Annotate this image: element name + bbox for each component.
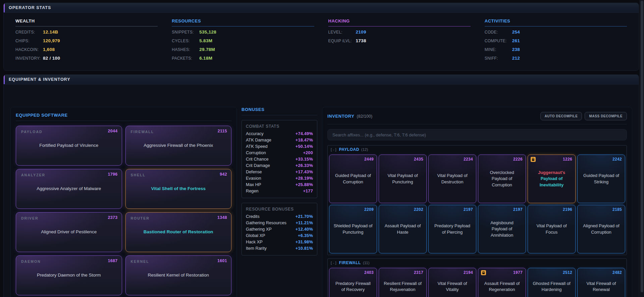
stat-value: 212 <box>512 56 520 61</box>
group-count: (12) <box>361 147 368 152</box>
item-name: Assault Payload of Haste <box>383 223 422 235</box>
inventory-item-card[interactable]: 2209 Shielded Payload of Puncturing <box>329 205 377 253</box>
equipped-card-kernel[interactable]: KERNEL 1601 Resilient Kernel of Restorat… <box>125 255 232 295</box>
inventory-item-card[interactable]: 1977 Assault Firewall of Regeneration <box>478 268 526 297</box>
stat-row: CHIPS: 120,979 <box>15 38 158 47</box>
inventory-item-card[interactable]: 2317 Resilient Firewall of Rejuvenation <box>379 268 427 297</box>
bonus-value: +33.15% <box>296 157 313 162</box>
slot-label: KERNEL <box>131 259 149 263</box>
equipped-card-driver[interactable]: DRIVER 2373 Aligned Driver of Pestilence <box>16 212 122 252</box>
inventory-item-card[interactable]: 2242 Guided Payload of Striking <box>577 155 625 203</box>
item-name: Guided Payload of Corruption <box>333 173 373 185</box>
bonus-label: Credits <box>246 214 260 219</box>
lock-icon <box>531 157 536 162</box>
inventory-actions: AUTO DECOMPILEMASS DECOMPILE <box>540 112 627 120</box>
inventory-item-card[interactable]: 2194 Vital Firewall of Vitality <box>428 268 476 297</box>
bonus-value: +31.98% <box>296 239 313 244</box>
equipped-card-shell[interactable]: SHELL 942 Vital Shell of the Fortress <box>125 169 232 209</box>
bonus-value: +17.43% <box>296 169 313 174</box>
page-scrollbar-thumb[interactable] <box>641 1 643 292</box>
collapse-toggle-icon[interactable]: [ - ] <box>331 147 336 152</box>
mass-decompile-button[interactable]: MASS DECOMPILE <box>585 112 627 120</box>
inventory-grid-firewall: 2403 Predatory Firewall of Recovery 2317… <box>328 266 627 297</box>
item-level-badge: 2044 <box>108 129 117 133</box>
inventory-capacity: (82/100) <box>357 114 373 119</box>
bonus-label: Global XP <box>246 233 265 238</box>
bonus-row: Gathering XP +12.40% <box>246 227 313 233</box>
inventory-item-card[interactable]: 2226 Overclocked Payload of Corruption <box>478 155 526 203</box>
bonus-row: Gathering Resources +11.21% <box>246 220 313 227</box>
inventory-item-card[interactable]: 2403 Predatory Firewall of Recovery <box>329 268 377 297</box>
inventory-item-card[interactable]: 2196 Vital Payload of Focus <box>528 205 576 253</box>
bonus-value: +12.40% <box>296 227 313 232</box>
stats-grid: WEALTH CREDITS: 12.14B CHIPS: 120,979 HA… <box>4 13 639 70</box>
stat-row: CYCLES: 5.83M <box>172 38 314 47</box>
bonus-value: +74.49% <box>296 131 313 136</box>
operator-stats-section: OPERATOR STATS WEALTH CREDITS: 12.14B CH… <box>3 3 639 71</box>
item-name: Vital Shell of the Fortress <box>151 186 206 192</box>
inventory-item-card[interactable]: 2185 Aligned Payload of Corruption <box>577 205 625 253</box>
bonus-value: +11.21% <box>296 220 313 225</box>
bonus-row: Global XP +6.35% <box>246 233 313 239</box>
item-level-badge: 2234 <box>464 157 473 162</box>
stat-value: 261 <box>512 38 520 43</box>
item-name-part: Juggernaut's <box>538 170 565 175</box>
lock-icon <box>481 270 486 275</box>
equipment-content: EQUIPPED SOFTWARE PAYLOAD 2044 Fortified… <box>4 84 639 297</box>
equipped-card-firewall[interactable]: FIREWALL 2115 Aggressive Firewall of the… <box>125 126 232 166</box>
bonus-label: ATK Speed <box>246 144 268 149</box>
bonus-label: Defense <box>246 169 262 174</box>
page-scrollbar[interactable] <box>640 0 644 297</box>
lock-glyph <box>532 158 535 161</box>
inventory-item-card[interactable]: 2482 Vital Firewall of Renewal <box>577 268 625 297</box>
equipped-grid: PAYLOAD 2044 Fortified Payload of Virule… <box>16 126 231 295</box>
inventory-groups: [ - ] PAYLOAD (12) 2449 Guided Payload o… <box>327 145 627 297</box>
bonus-value: +26.33% <box>296 163 313 168</box>
stat-label: CREDITS: <box>15 30 43 35</box>
inventory-group-header-payload[interactable]: [ - ] PAYLOAD (12) <box>328 145 627 153</box>
inventory-item-card[interactable]: 1226 Juggernaut's Payload of Inevitabili… <box>528 155 576 203</box>
inventory-item-card[interactable]: 2202 Assault Payload of Haste <box>379 205 427 253</box>
bonus-row: Regen +177 <box>246 188 313 195</box>
bonus-value: +10.81% <box>296 246 313 251</box>
stats-column-title: RESOURCES <box>172 18 314 26</box>
bonus-label: Item Rarity <box>246 246 267 251</box>
inventory-search-input[interactable] <box>327 129 627 140</box>
item-name: Vital Firewall of Vitality <box>433 281 472 293</box>
item-name: Aggressive Firewall of the Phoenix <box>144 142 213 148</box>
stat-label: CYCLES: <box>172 39 199 43</box>
equipped-card-router[interactable]: ROUTER 1348 Bastioned Router of Restorat… <box>125 212 232 252</box>
equipped-card-daemon[interactable]: DAEMON 1687 Predatory Daemon of the Stor… <box>16 255 122 295</box>
item-level-badge: 1226 <box>563 157 572 162</box>
stat-value: 29.78M <box>199 47 215 52</box>
equipped-card-payload[interactable]: PAYLOAD 2044 Fortified Payload of Virule… <box>16 126 122 166</box>
inventory-item-card[interactable]: 2234 Vital Payload of Destruction <box>428 155 476 203</box>
item-level-badge: 2185 <box>612 207 622 212</box>
bonus-label: Evasion <box>246 176 261 181</box>
inventory-item-card[interactable]: 2512 Ghosted Firewall of Hardening <box>528 268 576 297</box>
slot-label: PAYLOAD <box>21 130 43 134</box>
inventory-item-card[interactable]: 2435 Vital Payload of Puncturing <box>379 155 427 203</box>
item-level-badge: 1687 <box>108 258 117 263</box>
item-name: Guided Payload of Striking <box>582 173 621 185</box>
bonuses-title: BONUSES <box>241 107 317 115</box>
item-name: Vital Payload of Destruction <box>433 173 472 185</box>
collapse-toggle-icon[interactable]: [ - ] <box>331 261 336 265</box>
bonus-row: ATK Speed +50.14% <box>246 144 313 150</box>
item-level-badge: 2202 <box>414 207 423 212</box>
equipped-card-analyzer[interactable]: ANALYZER 1796 Aggressive Analyzer of Mal… <box>16 169 122 209</box>
item-name: Aegisbound Payload of Annihilation <box>482 220 522 238</box>
stat-row: CODE: 254 <box>485 29 627 38</box>
page: OPERATOR STATS WEALTH CREDITS: 12.14B CH… <box>0 0 640 297</box>
stat-row: LEVEL: 2109 <box>328 29 471 38</box>
auto-decompile-button[interactable]: AUTO DECOMPILE <box>540 112 582 120</box>
bonus-value: +21.70% <box>296 214 313 219</box>
item-name: Aligned Payload of Corruption <box>582 223 621 235</box>
inventory-item-card[interactable]: 2197 Aegisbound Payload of Annihilation <box>478 205 526 253</box>
inventory-item-card[interactable]: 2197 Predatory Payload of Piercing <box>428 205 476 253</box>
inventory-item-card[interactable]: 2449 Guided Payload of Corruption <box>329 155 377 203</box>
inventory-group-header-firewall[interactable]: [ - ] FIREWALL (11) <box>328 259 627 266</box>
stat-value: 2109 <box>356 29 366 35</box>
stat-label: CHIPS: <box>15 39 43 43</box>
stat-label: SNIFF: <box>485 56 512 61</box>
